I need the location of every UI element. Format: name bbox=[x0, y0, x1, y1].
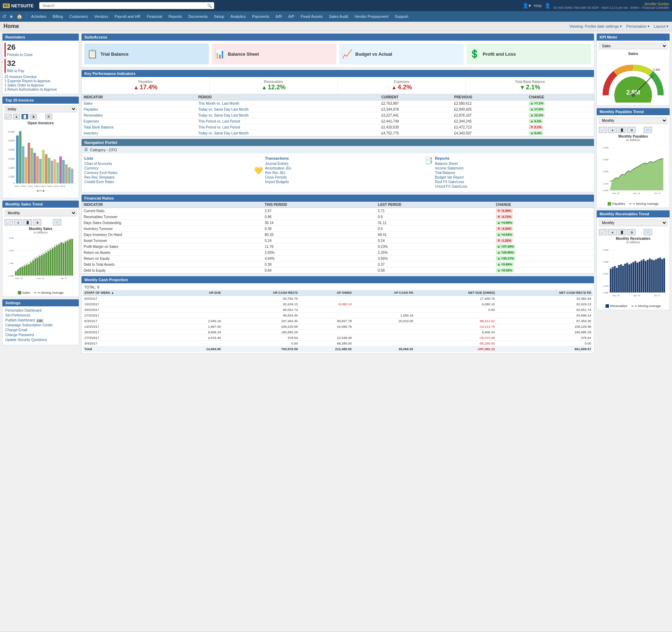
rec-bar-icon[interactable]: ▐▌ bbox=[618, 229, 626, 235]
change-password-link[interactable]: Change Password bbox=[5, 333, 76, 337]
monthly-payables-select[interactable]: Monthly bbox=[599, 117, 667, 124]
close-periods-link[interactable]: Close Periods bbox=[265, 175, 291, 179]
pay-pie-icon[interactable]: ◑ bbox=[627, 127, 636, 133]
publish-dashboard-link[interactable]: Publish Dashboard bbox=[5, 318, 35, 322]
kpi-row-indicator: Payables bbox=[82, 106, 196, 112]
nav-sales-audit[interactable]: Sales Audit bbox=[326, 13, 351, 20]
return-auth-link[interactable]: 1 Return Authorisation to Approve bbox=[5, 88, 77, 91]
svg-rect-117 bbox=[624, 264, 626, 292]
nav-reports[interactable]: Reports bbox=[166, 13, 185, 20]
nav-support[interactable]: Support bbox=[392, 13, 411, 20]
chart-of-accounts-link[interactable]: Chart of Accounts bbox=[84, 162, 251, 166]
nav-customers[interactable]: Customers bbox=[66, 13, 91, 20]
journal-entries-link[interactable]: Journal Entries bbox=[265, 162, 291, 166]
top25-select[interactable]: today bbox=[5, 106, 77, 112]
search-bar[interactable]: 🔍 bbox=[39, 2, 214, 9]
invoices-overdue-link[interactable]: 23 Invoices Overdue bbox=[5, 75, 77, 79]
expense-report-link[interactable]: 1 Expense Report to Approve bbox=[5, 79, 77, 83]
nav-payments[interactable]: Payments bbox=[249, 13, 272, 20]
monthly-receivables-select[interactable]: Monthly bbox=[599, 220, 667, 226]
nav-ar[interactable]: A/R bbox=[273, 13, 285, 20]
periods-close-link[interactable]: Periods to Close bbox=[7, 53, 33, 57]
star-icon[interactable]: ★ bbox=[8, 13, 14, 20]
area-chart-icon[interactable]: ▲ bbox=[13, 114, 20, 119]
nav-financial[interactable]: Financial bbox=[144, 13, 165, 20]
kpi-row-period[interactable]: Today vs. Same Day Last Month bbox=[196, 106, 379, 112]
kpi-payables-label: Payables bbox=[83, 80, 208, 84]
kpi-row-period[interactable]: This Period vs. Last Period bbox=[196, 118, 379, 124]
pay-wave-icon[interactable]: 〰 bbox=[644, 127, 652, 133]
campaign-sub-link[interactable]: Campaign Subscription Center bbox=[5, 323, 76, 327]
help-link[interactable]: Help bbox=[534, 4, 542, 8]
currency-link[interactable]: Currency bbox=[84, 166, 251, 170]
budget-vs-actual-card[interactable]: 📈 Budget vs Actual bbox=[339, 43, 464, 64]
settings-header: Settings bbox=[2, 299, 79, 306]
ratio-this-period: 36.14 bbox=[262, 220, 376, 226]
change-email-link[interactable]: Change Email bbox=[5, 328, 76, 332]
layout-link[interactable]: Layout ▾ bbox=[654, 24, 668, 29]
currency-exch-link[interactable]: Currency Exch Rates bbox=[84, 171, 251, 175]
bar-chart-icon-active[interactable]: ▐▌ bbox=[21, 114, 28, 119]
nav-billing[interactable]: Billing bbox=[50, 13, 65, 20]
import-budgets-link[interactable]: Import Budgets bbox=[265, 180, 291, 184]
nav-documents[interactable]: Documents bbox=[186, 13, 211, 20]
personalize-link[interactable]: Personalize ▾ bbox=[626, 24, 650, 29]
user-name: Jennifer Gordon bbox=[553, 2, 669, 6]
kpi-row-period[interactable]: This Month vs. Last Month bbox=[196, 100, 379, 106]
area-icon[interactable]: ▲ bbox=[14, 219, 22, 225]
rec-pie-icon[interactable]: ◑ bbox=[627, 229, 636, 235]
search-input[interactable] bbox=[39, 2, 214, 9]
nav-setup[interactable]: Setup bbox=[211, 13, 227, 20]
back-icon[interactable]: ↺ bbox=[1, 13, 7, 20]
nav-vendor-prepayment[interactable]: Vendor Prepayment bbox=[352, 13, 391, 20]
nav-vendors[interactable]: Vendors bbox=[91, 13, 111, 20]
balance-sheet-card[interactable]: 📊 Balance Sheet bbox=[212, 43, 336, 64]
set-preferences-link[interactable]: Set Preferences bbox=[5, 313, 76, 317]
kpi-row-period[interactable]: Today vs. Same Day Last Month bbox=[196, 112, 379, 118]
rec-line-icon[interactable]: 📈 bbox=[599, 229, 607, 235]
nav-activities[interactable]: Activities bbox=[28, 13, 49, 20]
rev-rec-templates-link[interactable]: Rev Rec Templates bbox=[84, 175, 251, 179]
income-statement-link[interactable]: Income Statement bbox=[435, 166, 467, 170]
wave-icon[interactable]: 〰 bbox=[53, 219, 61, 225]
svg-text:4.00M: 4.00M bbox=[603, 147, 608, 149]
balance-sheet-nav-link[interactable]: Balance Sheet bbox=[435, 162, 467, 166]
profit-loss-card[interactable]: 💲 Profit and Loss bbox=[467, 43, 591, 64]
kpi-row-period[interactable]: Today vs. Same Day Last Month bbox=[196, 130, 379, 136]
kpi-meter-select[interactable]: Sales bbox=[599, 43, 667, 49]
kpi-row-period[interactable]: This Period vs. Last Period bbox=[196, 124, 379, 130]
nav-analytics[interactable]: Analytics bbox=[227, 13, 248, 20]
pay-bar-icon[interactable]: ▐▌ bbox=[618, 127, 626, 133]
unrizd-fx-link[interactable]: Unrizd FX Gain/Loss bbox=[435, 185, 467, 188]
monthly-sales-select[interactable]: Monthly bbox=[5, 210, 77, 216]
nav-ap[interactable]: A/P bbox=[286, 13, 298, 20]
nav-fixed-assets[interactable]: Fixed Assets bbox=[298, 13, 325, 20]
nav-payroll[interactable]: Payroll and HR bbox=[112, 13, 143, 20]
viewing-portlet-link[interactable]: Viewing: Portlet date settings ▾ bbox=[569, 24, 622, 29]
rev-rec-jes-link[interactable]: Rev Rec JEs bbox=[265, 171, 291, 175]
rizd-fx-link[interactable]: Rizd FX Gain/Loss bbox=[435, 180, 467, 184]
svg-rect-56 bbox=[26, 265, 28, 276]
rec-wave-icon[interactable]: 〰 bbox=[644, 229, 652, 235]
trial-balance-nav-link[interactable]: Trial Balance bbox=[435, 171, 467, 175]
pie-icon[interactable]: ◑ bbox=[33, 219, 41, 225]
table-chart-icon[interactable]: ⊞ bbox=[45, 114, 52, 119]
rec-area-icon[interactable]: ▲ bbox=[608, 229, 617, 235]
amort-jes-link[interactable]: Amortization JEs bbox=[265, 166, 291, 170]
trial-balance-card[interactable]: 📋 Trial Balance bbox=[84, 43, 209, 64]
personalize-dashboard-link[interactable]: Personalize Dashboard bbox=[5, 308, 76, 312]
budget-var-link[interactable]: Budget Var Report bbox=[435, 175, 467, 179]
svg-rect-30 bbox=[62, 160, 65, 183]
budget-vs-actual-icon: 📈 bbox=[342, 49, 352, 59]
home-icon[interactable]: 🏠 bbox=[16, 13, 23, 20]
pay-area-icon[interactable]: ▲ bbox=[608, 127, 617, 133]
pie-chart-icon[interactable]: ◑ bbox=[30, 114, 37, 119]
bills-pay-link[interactable]: Bills to Pay bbox=[7, 69, 24, 73]
update-security-link[interactable]: Update Security Questions bbox=[5, 338, 76, 342]
line-icon[interactable]: 📈 bbox=[5, 219, 13, 225]
sales-order-link[interactable]: 1 Sales Order to Approve bbox=[5, 83, 77, 87]
line-chart-icon[interactable]: 📈 bbox=[5, 114, 12, 119]
pay-line-icon[interactable]: 📈 bbox=[599, 127, 607, 133]
cnsldd-exch-link[interactable]: Cnsldd Exch Rates bbox=[84, 180, 251, 184]
bar-icon[interactable]: ▐▌ bbox=[23, 219, 32, 225]
